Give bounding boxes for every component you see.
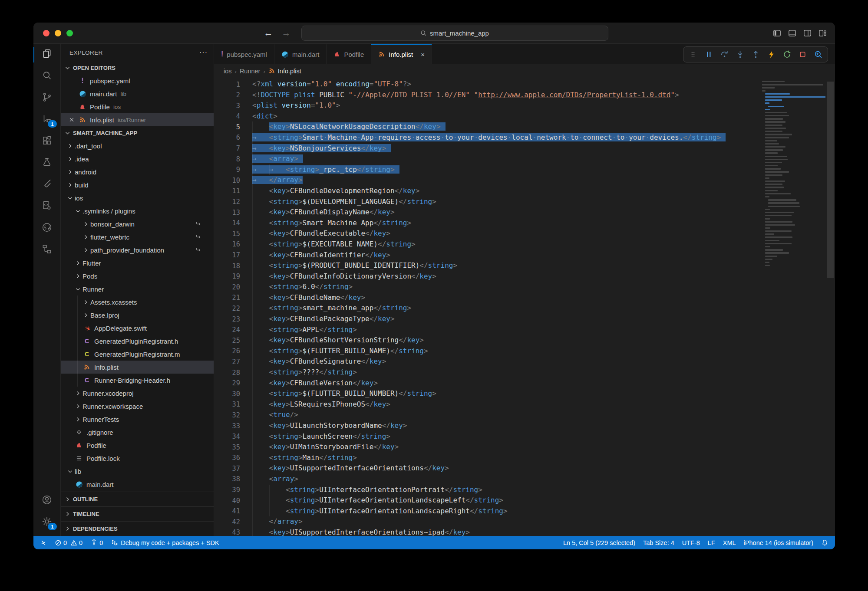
step-into-button[interactable] <box>733 48 747 61</box>
code-line-42[interactable]: 42→</array> <box>214 516 760 527</box>
code-line-1[interactable]: 1<?xml version="1.0" encoding="UTF-8"?> <box>214 79 760 90</box>
tab-main.dart[interactable]: main.dart <box>274 44 327 64</box>
open-editors-section-header[interactable]: OPEN EDITORS <box>61 61 214 74</box>
tree-item-Info.plist[interactable]: Info.plist <box>61 361 214 374</box>
activity-item-github[interactable] <box>33 217 60 239</box>
sidebar-section-timeline[interactable]: TIMELINE <box>61 506 214 521</box>
close-editor-icon[interactable] <box>66 117 77 123</box>
scrollbar-thumb[interactable] <box>827 82 834 278</box>
views-and-more-actions-icon[interactable]: ··· <box>199 49 208 56</box>
tab-pubspec.yaml[interactable]: !pubspec.yaml <box>214 44 274 64</box>
stop-button[interactable] <box>795 48 810 61</box>
minimap[interactable] <box>760 78 825 536</box>
code-line-33[interactable]: 33→<key>UILaunchStoryboardName</key> <box>214 420 760 431</box>
close-window-button[interactable] <box>43 30 50 36</box>
code-line-31[interactable]: 31→<key>LSRequiresIPhoneOS</key> <box>214 399 760 410</box>
code-line-13[interactable]: 13→<key>CFBundleDisplayName</key> <box>214 207 760 218</box>
code-line-7[interactable]: 7→<key>NSBonjourServices</key> <box>214 143 760 154</box>
activity-item-run-and-debug[interactable]: 1 <box>33 109 60 131</box>
tree-item-lib[interactable]: lib <box>61 465 214 478</box>
code-line-16[interactable]: 16→<string>$(EXECUTABLE_NAME)</string> <box>214 239 760 250</box>
code-line-2[interactable]: 2<!DOCTYPE plist PUBLIC "-//Apple//DTD P… <box>214 90 760 101</box>
code-line-32[interactable]: 32→<true/> <box>214 410 760 420</box>
code-line-15[interactable]: 15→<key>CFBundleExecutable</key> <box>214 228 760 239</box>
tree-item-.idea[interactable]: .idea <box>61 152 214 165</box>
code-line-14[interactable]: 14→<string>Smart Machine App</string> <box>214 218 760 229</box>
code-line-24[interactable]: 24→<string>APPL</string> <box>214 325 760 335</box>
code-line-3[interactable]: 3<plist version="1.0"> <box>214 100 760 111</box>
tree-item-ios[interactable]: ios <box>61 191 214 204</box>
navigate-back-icon[interactable]: ← <box>264 28 273 38</box>
remote-indicator[interactable] <box>36 536 51 549</box>
code-line-40[interactable]: 40→→<string>UIInterfaceOrientationLandsc… <box>214 495 760 506</box>
status-encoding[interactable]: UTF-8 <box>678 536 704 549</box>
code-line-26[interactable]: 26→<string>$(FLUTTER_BUILD_NAME)</string… <box>214 346 760 357</box>
breadcrumb-item-file[interactable]: Info.plist <box>268 67 301 76</box>
open-editor-Info.plist[interactable]: Info.plistios/Runner <box>61 113 214 126</box>
activity-item-testing[interactable] <box>33 152 60 174</box>
tree-item-build[interactable]: build <box>61 178 214 191</box>
tree-item-.dart_tool[interactable]: .dart_tool <box>61 139 214 152</box>
toggle-secondary-sidebar-icon[interactable] <box>803 29 812 38</box>
code-line-35[interactable]: 35→<key>UIMainStoryboardFile</key> <box>214 442 760 453</box>
pause-button[interactable] <box>701 48 716 61</box>
tree-item-Podfile[interactable]: Podfile <box>61 439 214 452</box>
code-line-4[interactable]: 4<dict> <box>214 111 760 122</box>
tree-item-Runner.xcworkspace[interactable]: Runner.xcworkspace <box>61 400 214 413</box>
code-line-38[interactable]: 38→<array> <box>214 474 760 485</box>
tree-item-Flutter[interactable]: Flutter <box>61 256 214 269</box>
code-line-37[interactable]: 37→<key>UISupportedInterfaceOrientations… <box>214 463 760 474</box>
activity-item-search[interactable] <box>33 66 60 87</box>
sidebar-section-outline[interactable]: OUTLINE <box>61 492 214 506</box>
code-line-30[interactable]: 30→<string>$(FLUTTER_BUILD_NUMBER)</stri… <box>214 388 760 399</box>
tree-item-Pods[interactable]: Pods <box>61 269 214 282</box>
activity-item-accounts[interactable] <box>33 490 60 512</box>
tree-item-Runner.xcodeproj[interactable]: Runner.xcodeproj <box>61 387 214 400</box>
code-line-23[interactable]: 23→<key>CFBundlePackageType</key> <box>214 314 760 325</box>
breadcrumb-item-runner[interactable]: Runner <box>240 68 261 75</box>
project-section-header[interactable]: SMART_MACHINE_APP <box>61 126 214 139</box>
code-line-20[interactable]: 20→<string>6.0</string> <box>214 282 760 292</box>
notifications-bell[interactable] <box>817 536 832 549</box>
code-line-25[interactable]: 25→<key>CFBundleShortVersionString</key> <box>214 335 760 346</box>
minimize-window-button[interactable] <box>55 30 61 36</box>
code-line-8[interactable]: 8→<array> <box>214 154 760 164</box>
customize-layout-icon[interactable] <box>818 29 827 38</box>
tree-item-Runner-Bridging-Header.h[interactable]: CRunner-Bridging-Header.h <box>61 374 214 387</box>
tree-item-Assets.xcassets[interactable]: Assets.xcassets <box>61 296 214 309</box>
zoom-window-button[interactable] <box>66 30 73 36</box>
code-lines[interactable]: 1<?xml version="1.0" encoding="UTF-8"?>2… <box>214 79 760 536</box>
tree-item-bonsoir_darwin[interactable]: bonsoir_darwin <box>61 217 214 230</box>
code-line-28[interactable]: 28→<string>????</string> <box>214 367 760 378</box>
status-tab-size[interactable]: Tab Size: 4 <box>639 536 678 549</box>
toggle-panel-icon[interactable] <box>788 29 797 38</box>
code-line-5[interactable]: 5→<key>NSLocalNetworkUsageDescription</k… <box>214 121 760 132</box>
tree-item-.symlinks / plugins[interactable]: .symlinks / plugins <box>61 204 214 217</box>
ports-indicator[interactable]: 0 <box>86 536 107 549</box>
tree-item-RunnerTests[interactable]: RunnerTests <box>61 413 214 426</box>
open-editor-pubspec.yaml[interactable]: !pubspec.yaml <box>61 74 214 87</box>
code-line-11[interactable]: 11→<key>CFBundleDevelopmentRegion</key> <box>214 186 760 197</box>
debug-configuration[interactable]: Debug my code + packages + SDK <box>107 536 223 549</box>
open-editor-Podfile[interactable]: Podfileios <box>61 100 214 113</box>
code-line-39[interactable]: 39→→<string>UIInterfaceOrientationPortra… <box>214 485 760 496</box>
activity-item-flutter[interactable] <box>33 174 60 196</box>
breadcrumb-item-ios[interactable]: ios <box>224 68 232 75</box>
code-line-21[interactable]: 21→<key>CFBundleName</key> <box>214 292 760 303</box>
code-line-18[interactable]: 18→<string>$(PRODUCT_BUNDLE_IDENTIFIER)<… <box>214 260 760 271</box>
tab-Info.plist[interactable]: Info.plist× <box>371 44 432 64</box>
navigate-forward-icon[interactable]: → <box>282 28 291 38</box>
code-line-41[interactable]: 41→→<string>UIInterfaceOrientationLandsc… <box>214 506 760 517</box>
tree-item-GeneratedPluginRegistrant.m[interactable]: CGeneratedPluginRegistrant.m <box>61 348 214 361</box>
activity-item-task-runner[interactable] <box>33 196 60 217</box>
command-center-search[interactable]: smart_machine_app <box>301 26 608 41</box>
tree-item-AppDelegate.swift[interactable]: AppDelegate.swift <box>61 322 214 335</box>
code-line-29[interactable]: 29→<key>CFBundleVersion</key> <box>214 378 760 389</box>
activity-item-settings[interactable]: 1 <box>33 512 60 533</box>
hot-reload-button[interactable] <box>764 48 779 61</box>
code-line-17[interactable]: 17→<key>CFBundleIdentifier</key> <box>214 250 760 261</box>
code-line-12[interactable]: 12→<string>$(DEVELOPMENT_LANGUAGE)</stri… <box>214 197 760 207</box>
code-line-10[interactable]: 10→</array> <box>214 175 760 186</box>
open-devtools-button[interactable] <box>811 48 825 61</box>
activity-item-explorer[interactable] <box>33 44 60 66</box>
